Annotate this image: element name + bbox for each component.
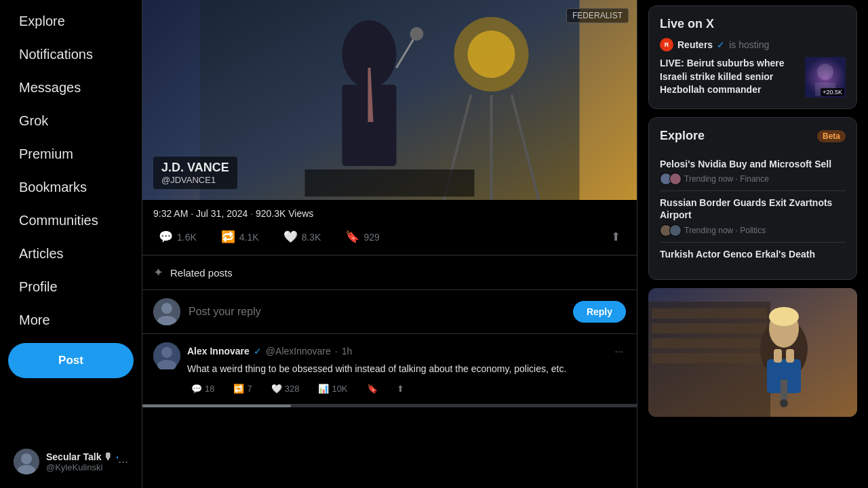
post-actions: 💬 1.6K 🔁 4.1K 🤍 8.3K 🔖 929 ⬆: [153, 227, 626, 247]
reply-input[interactable]: [189, 306, 565, 318]
comment-avatar: [153, 342, 180, 369]
comment-time: ·: [335, 346, 338, 357]
svg-point-19: [161, 347, 172, 358]
sidebar-item-explore[interactable]: Explore: [8, 5, 134, 37]
comment-bookmark-action[interactable]: 🔖: [363, 382, 382, 396]
svg-rect-36: [781, 380, 787, 400]
share-action[interactable]: ⬆: [606, 227, 626, 247]
comment-share-action[interactable]: ⬆: [393, 382, 408, 396]
scroll-thumb: [142, 405, 291, 407]
sidebar-item-messages[interactable]: Messages: [8, 72, 134, 104]
sidebar-item-grok[interactable]: Grok: [8, 105, 134, 137]
retweet-icon: 🔁: [221, 230, 235, 244]
trending-headline-2: Turkish Actor Genco Erkal's Death: [660, 248, 846, 260]
comment-bookmark-icon: 🔖: [367, 384, 378, 394]
comment-author-handle: @AlexInnovare: [266, 346, 331, 357]
stats-bar: 9:32 AM · Jul 31, 2024 · 920.3K Views 💬 …: [142, 200, 637, 256]
like-count: 8.3K: [302, 232, 321, 243]
live-video-card[interactable]: [648, 288, 857, 417]
video-handle: @JDVANCE1: [161, 175, 229, 185]
trending-avatar: [669, 224, 682, 237]
comment-count: 1.6K: [177, 232, 197, 243]
comment-retweet-icon: 🔁: [233, 384, 244, 394]
views-label: Views: [288, 208, 313, 219]
video-thumbnail: J.D. VANCE @JDVANCE1 FEDERALIST: [142, 0, 637, 200]
trending-meta-0: Trending now · Finance: [684, 174, 769, 184]
comment-like-action[interactable]: 🤍 328: [267, 382, 304, 396]
sidebar-item-more[interactable]: More: [8, 304, 134, 336]
comment-retweet-action[interactable]: 🔁 7: [229, 382, 256, 396]
live-title: Live on X: [660, 17, 846, 31]
like-icon: 🤍: [283, 230, 298, 244]
live-host-verified-icon: ✓: [717, 39, 725, 50]
user-display-name: Secular Talk: [46, 451, 101, 462]
trending-item-0[interactable]: Pelosi's Nvidia Buy and Microsoft Sell T…: [660, 152, 846, 191]
right-sidebar: Live on X R Reuters ✓ is hosting LIVE: B…: [637, 0, 868, 488]
sidebar-nav: Explore Notifications Messages Grok Prem…: [8, 0, 134, 441]
svg-rect-26: [652, 308, 767, 319]
reuters-icon: R: [660, 38, 673, 52]
view-count: 920.3K: [256, 208, 285, 219]
svg-point-37: [780, 399, 788, 407]
comment-author-name: Alex Innovare: [187, 346, 250, 357]
trending-meta-1: Trending now · Politics: [684, 226, 766, 235]
retweet-action[interactable]: 🔁 4.1K: [216, 227, 264, 247]
bookmark-icon: 🔖: [345, 230, 359, 244]
trending-item-2[interactable]: Turkish Actor Genco Erkal's Death: [660, 243, 846, 268]
comment-views-action[interactable]: 📊 10K: [314, 382, 351, 396]
comment-action[interactable]: 💬 1.6K: [153, 227, 202, 247]
video-container[interactable]: J.D. VANCE @JDVANCE1 FEDERALIST: [142, 0, 637, 200]
trending-avatar: [669, 173, 682, 185]
reply-button[interactable]: Reply: [573, 301, 626, 323]
live-viewer-count: +20.5K: [821, 88, 844, 96]
sidebar-item-premium[interactable]: Premium: [8, 138, 134, 170]
reply-avatar: [153, 298, 180, 325]
bookmark-action[interactable]: 🔖 929: [340, 227, 384, 247]
sidebar-item-notifications[interactable]: Notifications: [8, 39, 134, 70]
svg-rect-27: [652, 323, 767, 333]
live-card: Live on X R Reuters ✓ is hosting LIVE: B…: [648, 5, 857, 109]
post-meta: 9:32 AM · Jul 31, 2024 · 920.3K Views: [153, 208, 626, 219]
video-name-tag: J.D. VANCE @JDVANCE1: [153, 157, 237, 189]
comment-like-count: 328: [285, 384, 300, 394]
svg-point-22: [817, 64, 833, 80]
like-action[interactable]: 🤍 8.3K: [278, 227, 327, 247]
user-more-icon[interactable]: ···: [118, 455, 128, 469]
comment-retweet-count: 7: [247, 384, 252, 394]
explore-title: Explore: [660, 129, 705, 143]
sidebar-item-articles[interactable]: Articles: [8, 238, 134, 270]
scroll-indicator: [142, 405, 637, 407]
trending-headline-1: Russian Border Guards Exit Zvartnots Air…: [660, 197, 846, 221]
comment-view-count: 10K: [332, 384, 347, 394]
trending-item-1[interactable]: Russian Border Guards Exit Zvartnots Air…: [660, 191, 846, 242]
main-content: J.D. VANCE @JDVANCE1 FEDERALIST 9:32 AM …: [142, 0, 637, 488]
live-headline: LIVE: Beirut suburbs where Israeli strik…: [660, 57, 798, 97]
comment-views-icon: 📊: [318, 384, 329, 394]
beta-badge: Beta: [817, 130, 846, 142]
comment-more-button[interactable]: ···: [612, 342, 626, 359]
comment-like-icon: 🤍: [271, 384, 282, 394]
trending-avatars-0: [660, 173, 679, 185]
svg-rect-29: [652, 353, 767, 363]
comment-time-ago: 1h: [342, 346, 353, 357]
live-host-name: Reuters: [677, 39, 713, 50]
left-sidebar: Explore Notifications Messages Grok Prem…: [0, 0, 142, 488]
sidebar-item-bookmarks[interactable]: Bookmarks: [8, 171, 134, 203]
share-icon: ⬆: [611, 230, 620, 244]
user-handle: @KyleKulinski: [46, 462, 118, 472]
svg-point-32: [769, 307, 799, 326]
svg-rect-28: [652, 338, 767, 348]
comment-item[interactable]: Alex Innovare ✓ @AlexInnovare · 1h ··· W…: [142, 334, 637, 405]
related-posts-bar[interactable]: ✦ Related posts: [142, 256, 637, 290]
sidebar-item-communities[interactable]: Communities: [8, 205, 134, 237]
live-host-status: is hosting: [729, 39, 769, 50]
sidebar-item-profile[interactable]: Profile: [8, 271, 134, 303]
reply-box: Reply: [142, 290, 637, 334]
svg-point-1: [21, 453, 32, 464]
avatar: [14, 449, 39, 474]
user-profile-footer[interactable]: Secular Talk 🎙 ✓ @KyleKulinski ···: [8, 441, 134, 483]
live-content[interactable]: LIVE: Beirut suburbs where Israeli strik…: [660, 57, 846, 98]
post-button[interactable]: Post: [8, 343, 134, 378]
comment-reply-action[interactable]: 💬 18: [187, 382, 218, 396]
comment-icon: 💬: [159, 230, 173, 244]
